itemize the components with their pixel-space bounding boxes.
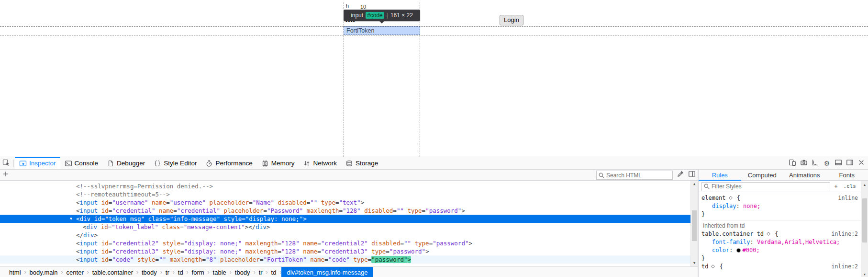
login-button[interactable]: Login (500, 15, 523, 25)
code-token: = (386, 248, 389, 255)
scrollbar-thumb[interactable] (862, 198, 867, 242)
code-token: < (76, 207, 80, 214)
rule-selector[interactable]: table.container td (701, 231, 764, 237)
tab-console[interactable]: Console (60, 157, 103, 169)
close-brace: } (701, 254, 861, 263)
code-token: = (324, 256, 328, 263)
color-swatch[interactable] (736, 248, 741, 253)
tab-inspector[interactable]: Inspector (15, 157, 60, 169)
markup-scrollbar[interactable]: ▲ ▼ (690, 181, 698, 266)
code-token: = (278, 248, 282, 255)
code-token: id (98, 207, 109, 214)
filter-styles-input[interactable] (701, 182, 830, 191)
dock-side-button[interactable] (844, 157, 856, 169)
breadcrumb-item[interactable]: tbody (138, 267, 160, 277)
scroll-up-icon[interactable]: ▲ (691, 181, 698, 187)
stylesheet-link[interactable]: inline:2 (832, 263, 858, 271)
search-icon (598, 172, 605, 181)
tab-debugger[interactable]: Debugger (102, 157, 149, 169)
toggle-classes-button[interactable]: .cls (842, 183, 858, 189)
breadcrumb-item[interactable]: table (210, 267, 230, 277)
tab-performance[interactable]: Performance (201, 157, 256, 169)
code-token: = (242, 215, 245, 222)
split-console-button[interactable] (833, 157, 844, 169)
markup-line[interactable]: ▼<div id="token_msg" class="info-message… (0, 215, 690, 223)
selector-highlighter-icon[interactable] (766, 231, 771, 237)
highlighter-guide-left (344, 2, 344, 157)
breadcrumb-item[interactable]: div#token_msg.info-message (281, 267, 373, 277)
markup-line[interactable]: <div id="token_label" class="message-con… (0, 223, 690, 231)
sidebar-tab-rules[interactable]: Rules (699, 170, 741, 180)
stylesheet-link[interactable]: inline:2 (832, 230, 858, 238)
breadcrumb-item[interactable]: form (189, 267, 208, 277)
eyedropper-button[interactable] (675, 170, 686, 180)
rule-selector-line[interactable]: td {inline:2 (701, 263, 861, 271)
add-node-button[interactable] (0, 170, 11, 180)
scroll-down-icon[interactable]: ▼ (861, 271, 868, 277)
code-token: "code" (112, 256, 134, 263)
rule-selector[interactable]: element (701, 195, 726, 201)
pick-element-button[interactable] (0, 157, 12, 169)
breadcrumb-item[interactable]: tr (256, 267, 266, 277)
breadcrumb-item[interactable]: center (63, 267, 87, 277)
rulers-button[interactable] (810, 157, 821, 169)
tab-label: Storage (356, 160, 378, 167)
markup-line[interactable]: <input id="credential3" style="display: … (0, 247, 690, 255)
search-html-input[interactable] (596, 171, 673, 180)
scroll-up-icon[interactable]: ▲ (861, 181, 868, 188)
settings-button[interactable]: ⚙ (821, 157, 833, 169)
code-token: "credential2" (112, 240, 159, 247)
expand-arrow-icon[interactable]: ▼ (70, 215, 72, 223)
breadcrumb-item[interactable]: tr (162, 267, 173, 277)
markup-line[interactable]: <input id="username" name="username" pla… (0, 198, 690, 207)
markup-line[interactable]: <input id="credential" name="credential"… (0, 207, 690, 215)
breadcrumb-item[interactable]: td (175, 267, 187, 277)
tab-storage[interactable]: Storage (341, 157, 382, 169)
markup-line[interactable]: <!--sslvpnerrmsg=Permission denied.--> (0, 182, 690, 190)
breadcrumb-item[interactable]: td (268, 267, 280, 277)
inherited-from-header: Inherited from td (701, 220, 861, 230)
breadcrumb-item[interactable]: table.container (89, 267, 136, 277)
markup-line[interactable]: <input id="code" style="" maxlength="8" … (0, 255, 690, 264)
scroll-down-icon[interactable]: ▼ (691, 260, 698, 266)
rules-scrollbar[interactable]: ▲ ▼ (861, 181, 868, 277)
rule-selector[interactable]: td (701, 263, 708, 270)
sidebar-tab-animations[interactable]: Animations (783, 170, 826, 180)
stylesheet-link[interactable]: inline (838, 194, 858, 202)
screenshot-button[interactable] (798, 157, 810, 169)
add-rule-button[interactable]: + (832, 183, 839, 190)
declaration[interactable]: font-family: Verdana,Arial,Helvetica; (701, 238, 861, 246)
selector-highlighter-icon[interactable] (710, 264, 716, 269)
code-token: = (156, 256, 159, 263)
code-token: = (317, 240, 321, 247)
highlighter-guide-right (420, 2, 420, 157)
code-token: < (76, 256, 80, 263)
fortitoken-input[interactable]: FortiToken (344, 26, 420, 35)
code-token: = (317, 248, 321, 255)
colon: : (750, 239, 757, 245)
sidebar-tab-fonts[interactable]: Fonts (826, 170, 868, 180)
breadcrumb-item[interactable]: body.main (26, 267, 61, 277)
rule-selector-line[interactable]: element {inline (701, 194, 861, 202)
tab-memory[interactable]: Memory (257, 157, 299, 169)
tab-style-editor[interactable]: Style Editor (149, 157, 201, 169)
declaration[interactable]: color: #000; (701, 246, 861, 254)
code-token: < (76, 240, 80, 247)
code-token: "Name" (253, 199, 274, 206)
declaration[interactable]: display: none; (701, 202, 861, 210)
breadcrumb-item[interactable]: tbody (232, 267, 254, 277)
close-devtools-button[interactable] (856, 157, 867, 169)
markup-line[interactable]: <input id="credential2" style="display: … (0, 239, 690, 247)
selector-highlighter-icon[interactable] (728, 195, 734, 201)
markup-line[interactable]: </div> (0, 231, 690, 239)
sidebar-tab-computed[interactable]: Computed (741, 170, 784, 180)
rule-selector-line[interactable]: table.container td {inline:2 (701, 230, 861, 238)
markup-line[interactable]: <!--remoteauthtimeout=5--> (0, 190, 690, 198)
three-pane-toggle-button[interactable] (686, 170, 698, 180)
code-token: placeholder (220, 207, 263, 214)
breadcrumb-item[interactable]: html (6, 267, 24, 277)
code-token: name (156, 207, 174, 214)
scrollbar-thumb[interactable] (692, 210, 697, 241)
tab-network[interactable]: Network (299, 157, 341, 169)
responsive-design-mode-button[interactable] (787, 157, 798, 169)
